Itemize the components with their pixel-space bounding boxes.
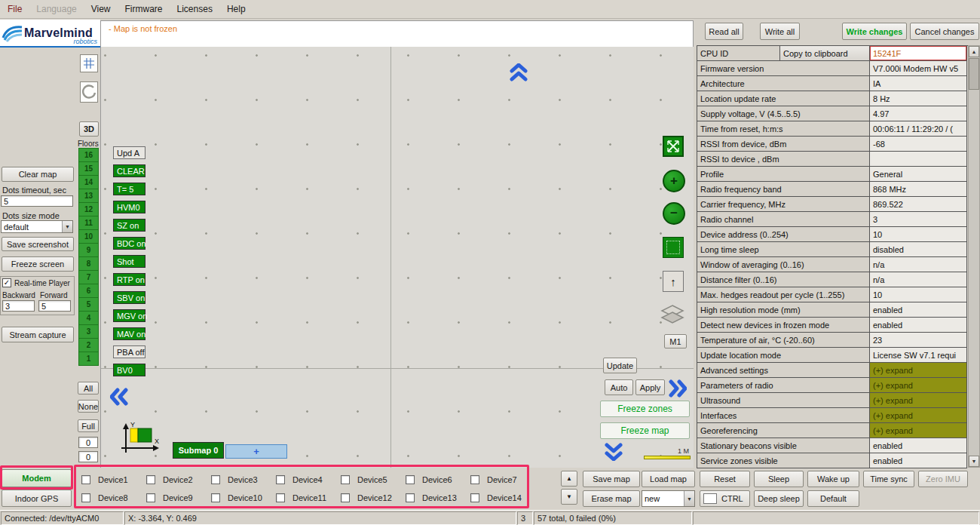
device-item-device12[interactable]: Device12	[335, 490, 400, 505]
dots-timeout-input[interactable]: 5	[1, 195, 73, 207]
scroll-up-icon[interactable]: ▲	[969, 46, 979, 57]
ctrl-group[interactable]: CTRL	[700, 490, 750, 507]
map-button-mav-on[interactable]: MAV on	[113, 327, 145, 340]
param-value[interactable]: n/a	[870, 257, 967, 272]
param-value[interactable]: 3	[870, 212, 967, 227]
device-checkbox[interactable]	[81, 475, 90, 484]
zero-imu-button[interactable]: Zero IMU	[918, 471, 968, 487]
north-up-icon[interactable]: ↑	[663, 271, 684, 292]
save-screenshot-button[interactable]: Save screenshot	[2, 237, 74, 251]
device-item-device2[interactable]: Device2	[140, 472, 205, 487]
update-button[interactable]: Update	[603, 358, 637, 373]
modem-tab-button[interactable]: Modem	[2, 469, 72, 487]
apply-button[interactable]: Apply	[635, 379, 665, 395]
param-value[interactable]: 10	[870, 227, 967, 242]
dots-size-select[interactable]: default ▼	[1, 220, 73, 233]
pan-left-button[interactable]	[109, 386, 129, 407]
map-button-clear[interactable]: CLEAR	[113, 164, 145, 177]
submap-0-tab[interactable]: Submap 0	[173, 442, 224, 459]
device-checkbox[interactable]	[341, 493, 350, 502]
read-all-button[interactable]: Read all	[705, 23, 743, 40]
device-item-device10[interactable]: Device10	[205, 490, 270, 505]
param-value[interactable]: enabled	[870, 438, 967, 453]
device-checkbox[interactable]	[470, 475, 479, 484]
param-value[interactable]: IA	[870, 76, 967, 91]
device-item-device8[interactable]: Device8	[75, 490, 140, 505]
write-changes-button[interactable]: Write changes	[842, 23, 907, 40]
map-select[interactable]: new ▼	[642, 490, 695, 507]
expand-button[interactable]: (+) expand	[870, 408, 967, 423]
device-item-device9[interactable]: Device9	[140, 490, 205, 505]
realtime-player-checkbox-row[interactable]: ✓ Real-time Player	[2, 278, 70, 287]
expand-button[interactable]: (+) expand	[870, 363, 967, 378]
save-map-button[interactable]: Save map	[583, 471, 640, 487]
forward-input[interactable]: 5	[38, 300, 71, 312]
map-button-sz-on[interactable]: SZ on	[113, 219, 145, 232]
device-checkbox[interactable]	[211, 475, 220, 484]
floor-cell-5[interactable]: 5	[78, 297, 99, 312]
floor-cell-9[interactable]: 9	[78, 243, 99, 257]
map-button-rtp-on[interactable]: RTP on	[113, 273, 145, 286]
device-item-device13[interactable]: Device13	[400, 490, 464, 505]
map-button-sbv-on[interactable]: SBV on	[113, 291, 145, 304]
map-canvas[interactable]: Upd ACLEART= 5HVM0SZ onBDC onShotRTP onS…	[100, 47, 694, 468]
floors-none-button[interactable]: None	[78, 400, 99, 413]
map-button-hvm0[interactable]: HVM0	[113, 201, 145, 213]
floor-cell-13[interactable]: 13	[78, 189, 99, 203]
freeze-zones-button[interactable]: Freeze zones	[600, 401, 690, 417]
scroll-down-icon[interactable]: ▼	[969, 456, 979, 467]
device-item-device7[interactable]: Device7	[464, 472, 529, 487]
freeze-map-button[interactable]: Freeze map	[600, 422, 690, 439]
params-scrollbar[interactable]: ▲ ▼	[968, 45, 980, 468]
floor-cell-2[interactable]: 2	[78, 338, 99, 352]
device-item-device11[interactable]: Device11	[270, 490, 335, 505]
3d-view-button[interactable]: 3D	[79, 121, 99, 137]
load-map-button[interactable]: Load map	[642, 471, 695, 487]
freeze-screen-button[interactable]: Freeze screen	[2, 256, 74, 272]
menu-item-firmware[interactable]: Firmware	[125, 2, 171, 17]
device-checkbox[interactable]	[276, 493, 285, 502]
device-checkbox[interactable]	[81, 493, 90, 502]
device-item-device14[interactable]: Device14	[464, 490, 529, 505]
floor-cell-1[interactable]: 1	[78, 352, 99, 366]
floor-offset-top[interactable]: 0	[78, 437, 98, 448]
map-button-upd-a[interactable]: Upd A	[113, 146, 145, 159]
device-checkbox[interactable]	[470, 493, 479, 502]
expand-button[interactable]: (+) expand	[870, 393, 967, 408]
menu-item-language[interactable]: Language	[36, 2, 84, 17]
floor-cell-7[interactable]: 7	[78, 270, 99, 284]
param-value[interactable]: 8 Hz	[870, 91, 967, 106]
device-checkbox[interactable]	[146, 493, 155, 502]
floor-cell-8[interactable]: 8	[78, 256, 99, 271]
auto-button[interactable]: Auto	[605, 379, 633, 395]
time-sync-button[interactable]: Time sync	[863, 471, 914, 487]
device-list-up-icon[interactable]: ▲	[561, 471, 577, 487]
device-item-device3[interactable]: Device3	[205, 472, 270, 487]
param-value[interactable]: 10	[870, 287, 967, 302]
chevron-down-icon[interactable]: ▼	[62, 221, 72, 232]
device-list-down-icon[interactable]: ▼	[561, 489, 577, 505]
expand-button[interactable]: (+) expand	[870, 378, 967, 393]
clear-map-button[interactable]: Clear map	[2, 167, 74, 182]
floor-cell-15[interactable]: 15	[78, 161, 99, 176]
cancel-changes-button[interactable]: Cancel changes	[910, 23, 979, 40]
ctrl-checkbox[interactable]	[703, 493, 717, 504]
stream-capture-button[interactable]: Stream capture	[2, 327, 74, 342]
param-value[interactable]	[870, 152, 967, 167]
copy-to-clipboard-button[interactable]: Copy to clipboard	[780, 46, 870, 61]
dots-display-mode-icon[interactable]	[663, 237, 684, 258]
backward-input[interactable]: 3	[2, 300, 35, 312]
layers-icon[interactable]	[660, 304, 684, 327]
param-value[interactable]: 23	[870, 333, 967, 348]
param-value[interactable]: 869.522	[870, 197, 967, 212]
device-item-device1[interactable]: Device1	[75, 472, 140, 487]
device-checkbox[interactable]	[406, 493, 415, 502]
param-value[interactable]: n/a	[870, 272, 967, 287]
floor-cell-11[interactable]: 11	[78, 216, 99, 230]
scrollbar-thumb[interactable]	[969, 58, 979, 90]
map-button-pba-off[interactable]: PBA off	[113, 345, 145, 358]
write-all-button[interactable]: Write all	[760, 23, 800, 40]
menu-item-file[interactable]: File	[8, 2, 30, 17]
floors-full-button[interactable]: Full	[78, 419, 99, 432]
param-value[interactable]: enabled	[870, 302, 967, 318]
